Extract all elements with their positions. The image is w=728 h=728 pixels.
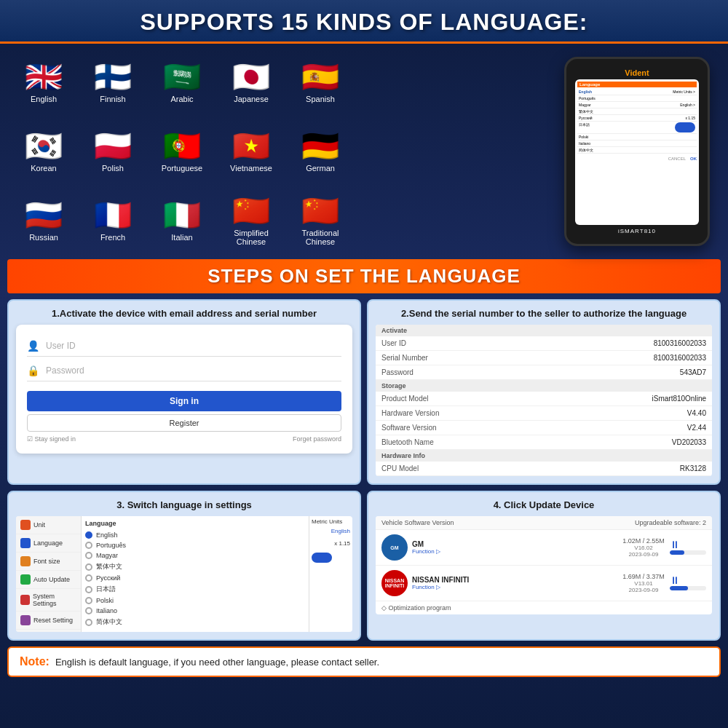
radio-dot — [85, 531, 92, 539]
flag-emoji: 🇷🇺 — [25, 200, 63, 231]
lang-option-label: Magyar — [96, 552, 118, 559]
flag-emoji: 🇰🇷 — [25, 131, 63, 162]
update-size: 1.69M / 3.37M — [622, 573, 665, 580]
flag-label: German — [306, 164, 335, 173]
flag-item-simplified-chinese: 🇨🇳Simplified Chinese — [218, 188, 284, 253]
flag-item-portuguese: 🇵🇹Portuguese — [149, 119, 215, 184]
pause-icon[interactable]: ⏸ — [670, 574, 706, 586]
flag-item-spanish: 🇪🇸Spanish — [288, 50, 353, 115]
flag-emoji: 🇵🇹 — [163, 131, 201, 162]
sidebar-item-reset-setting[interactable]: Reset Setting — [16, 612, 81, 630]
info-row: Product ModeliSmart810Online — [376, 392, 712, 406]
device-image: Vident Language EnglishMetric Units > Po… — [557, 50, 717, 253]
sidebar-item-label: Auto Update — [33, 576, 70, 583]
sidebar-item-font-size[interactable]: Font size — [16, 553, 81, 571]
optimization-row: ◇ Optimization program — [376, 601, 712, 614]
update-progress: ⏸ — [670, 574, 706, 592]
sidebar-item-language[interactable]: Language — [16, 534, 81, 553]
info-label: CPU Model — [381, 464, 419, 472]
flag-item-japanese: 🇯🇵Japanese — [218, 50, 284, 115]
radio-dot — [85, 542, 92, 549]
diamond-icon: ◇ — [381, 604, 387, 612]
update-size-col: 1.02M / 2.55M V16.02 2023-09-09 — [622, 537, 665, 558]
steps-header: STEPS ON SET THE LANGUAGE — [7, 259, 721, 293]
flag-emoji: 🇩🇪 — [301, 131, 339, 162]
radio-dot — [85, 586, 92, 593]
sidebar-item-system-settings[interactable]: System Settings — [16, 589, 81, 612]
update-function[interactable]: Function ▷ — [412, 584, 617, 590]
info-row: CPU ModelRK3128 — [376, 462, 712, 476]
pause-icon[interactable]: ⏸ — [670, 539, 706, 550]
step2-card: 2.Send the serial number to the seller t… — [367, 299, 721, 485]
flag-label: Spanish — [306, 95, 335, 103]
info-label: Hardware Version — [381, 409, 439, 417]
metric-column: Metric Units English x 1.15 — [309, 516, 352, 632]
info-row: Password543AD7 — [376, 365, 712, 380]
step1-title: 1.Activate the device with email address… — [16, 308, 352, 319]
update-items-list: GM GM Function ▷ 1.02M / 2.55M V16.02 20… — [376, 530, 712, 601]
brand-logo: GM — [381, 534, 408, 561]
lang-option-Português[interactable]: Português — [85, 540, 305, 550]
vehicle-software-label: Vehicle Software Version — [381, 519, 454, 526]
update-version: V13.01 — [622, 580, 665, 587]
password-placeholder: Password — [46, 365, 84, 376]
step1-card: 1.Activate the device with email address… — [7, 299, 361, 485]
info-value: RK3128 — [680, 464, 706, 472]
sidebar-icon — [20, 574, 31, 585]
userid-row: 👤 User ID — [27, 336, 341, 357]
update-size-col: 1.69M / 3.37M V13.01 2023-09-09 — [622, 573, 665, 593]
flag-label: Traditional Chinese — [288, 229, 353, 246]
lang-option-繁体中文[interactable]: 繁体中文 — [85, 561, 305, 573]
update-function[interactable]: Function ▷ — [412, 548, 617, 555]
sidebar-item-label: Language — [33, 539, 63, 547]
flag-emoji: 🇯🇵 — [232, 62, 270, 92]
flag-item-korean: 🇰🇷Korean — [11, 119, 76, 184]
sidebar-item-auto-update[interactable]: Auto Update — [16, 571, 81, 589]
radio-dot — [85, 563, 92, 571]
lang-option-Русский[interactable]: Русский — [85, 573, 305, 583]
step4-card: 4. Click Update Device Vehicle Software … — [367, 491, 721, 641]
flag-label: Finnish — [100, 95, 125, 103]
progress-bar-container — [670, 550, 706, 555]
flag-label: Portuguese — [162, 164, 202, 173]
upgradeable-label: Upgradeable software: 2 — [635, 519, 706, 526]
update-info: NISSAN INFINITI Function ▷ — [412, 576, 617, 590]
info-label: User ID — [381, 339, 406, 347]
info-row: Hardware VersionV4.40 — [376, 406, 712, 421]
sidebar-item-unit[interactable]: Unit — [16, 516, 81, 534]
lang-option-Magyar[interactable]: Magyar — [85, 550, 305, 561]
forget-password-link[interactable]: Forget password — [293, 435, 341, 443]
signin-button[interactable]: Sign in — [27, 391, 341, 411]
brand-logo: NISSAN INFINITI — [381, 570, 408, 596]
lang-options-list: EnglishPortuguêsMagyar繁体中文Русский日本語Pols… — [85, 530, 305, 628]
lang-option-label: Italiano — [96, 607, 117, 614]
info-label: Software Version — [381, 424, 437, 432]
sidebar-item-label: Unit — [33, 521, 45, 529]
sidebar-icon — [20, 615, 31, 625]
lang-option-English[interactable]: English — [85, 530, 305, 540]
radio-dot — [85, 552, 92, 559]
step4-title: 4. Click Update Device — [376, 499, 712, 510]
lang-option-Italiano[interactable]: Italiano — [85, 606, 305, 616]
register-button[interactable]: Register — [27, 414, 341, 432]
info-label: Bluetooth Name — [381, 438, 434, 446]
info-label: Serial Number — [381, 354, 428, 362]
flag-emoji: 🇫🇮 — [94, 62, 132, 92]
toggle-switch[interactable] — [312, 553, 332, 563]
lang-option-简体中文[interactable]: 简体中文 — [85, 616, 305, 628]
update-date: 2023-09-09 — [622, 587, 665, 593]
stay-signed-text: ☑ Stay signed in — [27, 435, 76, 443]
settings-content: Language EnglishPortuguêsMagyar繁体中文Русск… — [82, 516, 309, 632]
radio-dot — [85, 574, 92, 582]
flag-label: Simplified Chinese — [218, 229, 284, 246]
radio-dot — [85, 597, 92, 604]
password-row: 🔒 Password — [27, 360, 341, 381]
lang-option-日本語[interactable]: 日本語 — [85, 583, 305, 596]
flag-item-german: 🇩🇪German — [288, 119, 353, 184]
flag-label: Italian — [171, 233, 192, 242]
update-date: 2023-09-09 — [622, 551, 665, 558]
lang-option-Polski[interactable]: Polski — [85, 596, 305, 606]
login-form: 👤 User ID 🔒 Password Sign in Register ☑ … — [16, 325, 352, 454]
page-header: SUPPORTS 15 KINDS OF LANGUAGE: — [0, 0, 728, 44]
update-version: V16.02 — [622, 545, 665, 551]
